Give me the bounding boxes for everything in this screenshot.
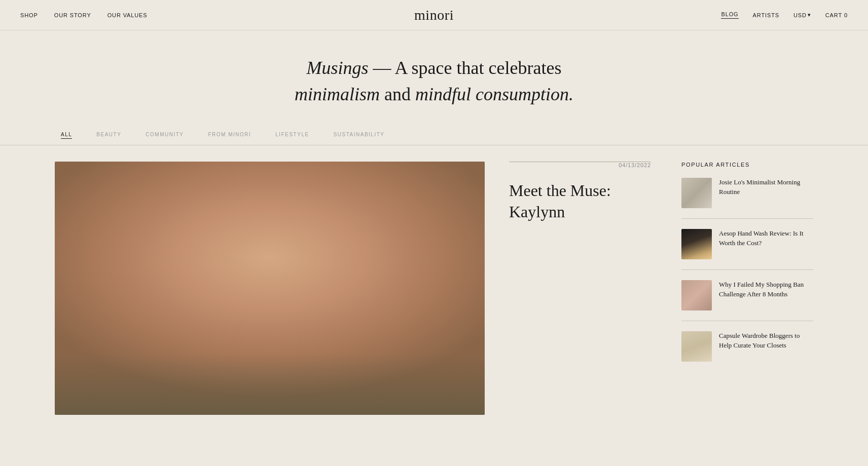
hero-section: Musings — A space that celebrates minima…: [0, 30, 868, 126]
popular-text-4: Capsule Wardrobe Bloggers to Help Curate…: [719, 331, 813, 351]
portrait-photo: [55, 162, 485, 415]
article-title-line2: Kaylynn: [509, 203, 565, 221]
tab-beauty[interactable]: BEAUTY: [96, 132, 121, 139]
tab-from-minori[interactable]: FROM MINORI: [208, 132, 251, 139]
tab-community[interactable]: COMMUNITY: [146, 132, 184, 139]
nav-artists[interactable]: ARTISTS: [753, 12, 779, 18]
blog-post-image[interactable]: [55, 162, 485, 415]
popular-article-3[interactable]: Why I Failed My Shopping Ban Challenge A…: [681, 280, 813, 321]
nav-shop[interactable]: SHOP: [20, 12, 38, 18]
popular-text-1: Josie Lo's Minimalist Morning Routine: [719, 178, 813, 197]
popular-articles-section: POPULAR ARTICLES Josie Lo's Minimalist M…: [681, 162, 813, 415]
article-sidebar: 04/13/2022 Meet the Muse: Kaylynn: [509, 162, 651, 415]
cart-label: CART: [825, 12, 842, 18]
currency-label: USD: [793, 12, 807, 18]
popular-text-3: Why I Failed My Shopping Ban Challenge A…: [719, 280, 813, 299]
popular-title-2: Aesop Hand Wash Review: Is It Worth the …: [719, 229, 813, 248]
chevron-down-icon: ▾: [808, 12, 811, 18]
navigation: SHOP OUR STORY OUR VALUES minori BLOG AR…: [0, 0, 868, 30]
popular-thumb-4: [681, 331, 712, 362]
popular-title-3: Why I Failed My Shopping Ban Challenge A…: [719, 280, 813, 299]
blog-post: [55, 162, 485, 415]
popular-article-1[interactable]: Josie Lo's Minimalist Morning Routine: [681, 178, 813, 219]
main-content: 04/13/2022 Meet the Muse: Kaylynn POPULA…: [0, 162, 868, 415]
article-date: 04/13/2022: [509, 162, 651, 174]
hero-heading: Musings — A space that celebrates minima…: [20, 55, 848, 107]
article-title: Meet the Muse: Kaylynn: [509, 180, 651, 222]
filter-tabs: ALL BEAUTY COMMUNITY FROM MINORI LIFESTY…: [0, 126, 868, 145]
hero-line2-minimalism: minimalism: [295, 84, 380, 104]
popular-title-1: Josie Lo's Minimalist Morning Routine: [719, 178, 813, 197]
nav-our-values[interactable]: OUR VALUES: [107, 12, 148, 18]
nav-cart[interactable]: CART 0: [825, 12, 848, 18]
nav-right: BLOG ARTISTS USD ▾ CART 0: [721, 11, 848, 19]
popular-title-4: Capsule Wardrobe Bloggers to Help Curate…: [719, 331, 813, 351]
nav-currency[interactable]: USD ▾: [793, 12, 811, 18]
popular-thumb-1: [681, 178, 712, 208]
article-title-line1: Meet the Muse:: [509, 181, 611, 200]
popular-article-4[interactable]: Capsule Wardrobe Bloggers to Help Curate…: [681, 331, 813, 372]
tab-lifestyle[interactable]: LIFESTYLE: [275, 132, 309, 139]
nav-left: SHOP OUR STORY OUR VALUES: [20, 12, 148, 18]
nav-blog[interactable]: BLOG: [721, 11, 738, 19]
popular-article-2[interactable]: Aesop Hand Wash Review: Is It Worth the …: [681, 229, 813, 270]
hero-line2-mindful: mindful consumption.: [415, 84, 573, 104]
hero-line1-italic: Musings: [307, 58, 369, 78]
hero-line2-and: and: [384, 84, 415, 104]
cart-count: 0: [844, 12, 848, 18]
popular-thumb-3: [681, 280, 712, 310]
popular-heading: POPULAR ARTICLES: [681, 162, 813, 168]
popular-thumb-2: [681, 229, 712, 259]
nav-center: minori: [414, 7, 454, 23]
tab-sustainability[interactable]: SUSTAINABILITY: [334, 132, 385, 139]
tab-all[interactable]: ALL: [61, 132, 72, 139]
hero-line1-rest: — A space that celebrates: [369, 58, 562, 78]
nav-our-story[interactable]: OUR STORY: [54, 12, 91, 18]
logo[interactable]: minori: [414, 7, 454, 23]
popular-text-2: Aesop Hand Wash Review: Is It Worth the …: [719, 229, 813, 248]
